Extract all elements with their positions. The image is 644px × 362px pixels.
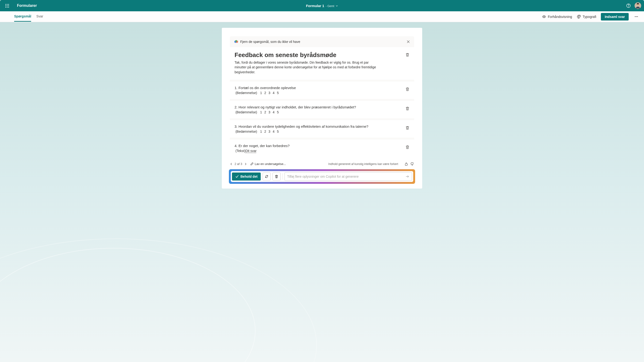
app-launcher-button[interactable] bbox=[3, 2, 11, 10]
question-text: 1. Fortæl os din overordnede oplevelse bbox=[234, 86, 410, 90]
svg-point-5 bbox=[544, 16, 544, 17]
trash-icon[interactable] bbox=[406, 53, 410, 57]
toolbar: Spørgsmål Svar Forhåndsvisning Typografi… bbox=[0, 11, 644, 22]
svg-point-1 bbox=[628, 6, 628, 7]
separator bbox=[282, 174, 283, 180]
answer-placeholder[interactable]: Dit svar bbox=[246, 149, 256, 153]
topbar: Formularer Formular 1 - Gemt bbox=[0, 0, 644, 11]
keep-it-button[interactable]: Behold det bbox=[232, 172, 261, 180]
refresh-icon bbox=[265, 175, 268, 178]
question-card[interactable]: 4. Er der noget, der kan forbedres? (Tek… bbox=[230, 140, 414, 157]
form-title: Formular 1 bbox=[306, 4, 324, 8]
thumbs-down-icon[interactable] bbox=[410, 162, 414, 166]
palette-icon bbox=[577, 14, 581, 19]
pager-text: 2 af 3 bbox=[234, 162, 242, 166]
regenerate-button[interactable] bbox=[262, 172, 270, 180]
next-icon[interactable] bbox=[244, 162, 247, 166]
collect-responses-button[interactable]: Indsaml svar bbox=[601, 13, 629, 20]
question-card[interactable]: 1. Fortæl os din overordnede oplevelse (… bbox=[230, 82, 414, 99]
svg-point-6 bbox=[578, 16, 578, 17]
form-title-dropdown[interactable]: Formular 1 - Gemt bbox=[306, 4, 338, 8]
question-text: 2. Hvor relevant og nyttigt var indholde… bbox=[234, 105, 410, 109]
trash-icon[interactable] bbox=[406, 126, 410, 130]
copilot-action-bar: Behold det bbox=[229, 169, 415, 184]
tabs: Spørgsmål Svar bbox=[14, 12, 43, 22]
question-text: 4. Er der noget, der kan forbedres? bbox=[234, 144, 410, 148]
question-meta: (Bedømmelse) 12345 bbox=[234, 110, 410, 114]
avatar[interactable] bbox=[634, 2, 641, 9]
chevron-down-icon bbox=[336, 5, 338, 7]
check-icon bbox=[235, 175, 239, 178]
ai-disclaimer: Indhold genereret af kunstig intelligens… bbox=[328, 162, 398, 166]
trash-icon[interactable] bbox=[406, 145, 410, 149]
question-text: 3. Hvordan vil du vurdere tydeligheden o… bbox=[234, 124, 410, 128]
copilot-input-wrap bbox=[284, 172, 412, 181]
question-meta: (Tekst)Dit svar bbox=[234, 149, 410, 153]
trash-icon[interactable] bbox=[406, 87, 410, 91]
form-main-title: Feedback om seneste byrådsmøde bbox=[234, 52, 410, 59]
tab-answers[interactable]: Svar bbox=[36, 12, 43, 22]
copilot-banner-text: Fjern de spørgsmål, som du ikke vil have bbox=[240, 40, 405, 44]
svg-point-11 bbox=[235, 40, 237, 42]
preview-button[interactable]: Forhåndsvisning bbox=[542, 14, 572, 19]
svg-point-8 bbox=[580, 16, 580, 16]
form-page: Fjern de spørgsmål, som du ikke vil have… bbox=[222, 28, 422, 188]
keep-label: Behold det bbox=[240, 175, 258, 178]
question-card[interactable]: 3. Hvordan vil du vurdere tydeligheden o… bbox=[230, 120, 414, 138]
more-button[interactable] bbox=[634, 15, 639, 18]
typography-label: Typografi bbox=[583, 15, 596, 18]
typography-button[interactable]: Typografi bbox=[577, 14, 596, 19]
form-description: Tak, fordi du deltager i vores seneste b… bbox=[234, 60, 378, 74]
help-icon[interactable] bbox=[626, 3, 631, 8]
prev-icon[interactable] bbox=[230, 162, 233, 166]
send-icon[interactable] bbox=[405, 174, 410, 179]
copilot-icon bbox=[234, 40, 238, 44]
copilot-suggestion-card: Fjern de spørgsmål, som du ikke vil have… bbox=[230, 36, 414, 157]
pencil-icon bbox=[250, 162, 254, 166]
edit-survey-link[interactable]: Lav en undersøgelse... bbox=[250, 162, 286, 166]
app-name: Formularer bbox=[17, 4, 37, 8]
tab-questions[interactable]: Spørgsmål bbox=[14, 12, 31, 22]
question-card[interactable]: 2. Hvor relevant og nyttigt var indholde… bbox=[230, 101, 414, 118]
discard-button[interactable] bbox=[272, 172, 280, 180]
copilot-input[interactable] bbox=[287, 175, 405, 178]
close-icon[interactable] bbox=[407, 40, 410, 43]
saved-status: - Gemt bbox=[326, 4, 334, 8]
edit-label: Lav en undersøgelse... bbox=[255, 162, 286, 166]
svg-point-7 bbox=[578, 16, 579, 16]
preview-label: Forhåndsvisning bbox=[548, 15, 572, 18]
trash-icon[interactable] bbox=[406, 106, 410, 110]
waffle-icon bbox=[6, 4, 9, 8]
trash-icon bbox=[274, 175, 278, 178]
eye-icon bbox=[542, 14, 546, 19]
question-meta: (Bedømmelse) 12345 bbox=[234, 91, 410, 95]
thumbs-up-icon[interactable] bbox=[404, 162, 408, 166]
form-header-block[interactable]: Feedback om seneste byrådsmøde Tak, ford… bbox=[230, 47, 414, 80]
pager-row: 2 af 3 Lav en undersøgelse... Indhold ge… bbox=[228, 159, 416, 168]
question-meta: (Bedømmelse) 12345 bbox=[234, 130, 410, 134]
